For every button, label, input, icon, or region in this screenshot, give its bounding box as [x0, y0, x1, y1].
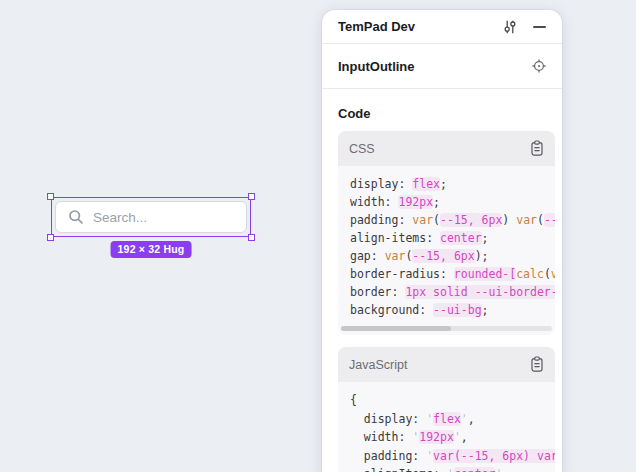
- component-name: InputOutline: [338, 59, 415, 74]
- code-line: width: 192px;: [350, 193, 555, 211]
- magnifier-icon: [68, 209, 84, 225]
- selection-handle-bottom-left[interactable]: [47, 234, 54, 241]
- javascript-block-header: JavaScript: [338, 347, 555, 382]
- code-line: padding: 'var(--15, 6px) var(--15, 6px)'…: [350, 447, 555, 466]
- search-placeholder-text: Search...: [93, 210, 147, 225]
- locate-component-button[interactable]: [532, 59, 546, 73]
- tempad-dev-panel: TemPad Dev InputOutline: [322, 10, 562, 472]
- selection-handle-top-left[interactable]: [47, 193, 54, 200]
- clipboard-copy-icon: [530, 356, 544, 373]
- javascript-code-block: JavaScript { display: 'flex', width: '19…: [338, 347, 555, 472]
- code-line: border-radius: rounded-[calc(var(--radiu…: [350, 265, 555, 283]
- sliders-icon: [502, 19, 518, 35]
- clipboard-copy-icon: [530, 140, 544, 157]
- selection-handle-top-right[interactable]: [248, 193, 255, 200]
- code-section-label: Code: [338, 106, 546, 121]
- scrollbar-thumb[interactable]: [341, 326, 451, 331]
- minimize-icon: [533, 26, 546, 28]
- css-code-block: CSS display: flex;width: 192px;padding: …: [338, 131, 555, 335]
- code-line: gap: var(--15, 6px);: [350, 247, 555, 265]
- code-line: width: '192px',: [350, 428, 555, 447]
- code-line: alignItems: 'center',: [350, 465, 555, 472]
- search-input-component[interactable]: Search...: [55, 201, 247, 233]
- code-line: display: flex;: [350, 175, 555, 193]
- minimize-button[interactable]: [533, 26, 546, 28]
- code-line: background: --ui-bg;: [350, 301, 555, 319]
- selected-component-row: InputOutline: [322, 44, 562, 89]
- javascript-block-label: JavaScript: [349, 358, 407, 372]
- panel-header[interactable]: TemPad Dev: [322, 10, 562, 44]
- copy-css-button[interactable]: [530, 140, 544, 157]
- javascript-code: { display: 'flex', width: '192px', paddi…: [338, 382, 555, 472]
- css-block-header: CSS: [338, 131, 555, 166]
- size-badge: 192 × 32 Hug: [111, 241, 192, 258]
- code-line: display: 'flex',: [350, 410, 555, 429]
- horizontal-scrollbar[interactable]: [341, 326, 552, 331]
- selection-handle-bottom-right[interactable]: [248, 234, 255, 241]
- code-line: {: [350, 391, 555, 410]
- copy-javascript-button[interactable]: [530, 356, 544, 373]
- code-line: padding: var(--15, 6px) var(--15, 6px);: [350, 211, 555, 229]
- settings-button[interactable]: [502, 19, 518, 35]
- panel-content: Code CSS display: flex;width: 192px: [322, 89, 562, 472]
- code-line: border: 1px solid --ui-border-color;: [350, 283, 555, 301]
- css-code: display: flex;width: 192px;padding: var(…: [338, 166, 555, 321]
- code-line: align-items: center;: [350, 229, 555, 247]
- panel-title: TemPad Dev: [338, 19, 415, 34]
- css-block-label: CSS: [349, 142, 375, 156]
- crosshair-locate-icon: [532, 59, 546, 73]
